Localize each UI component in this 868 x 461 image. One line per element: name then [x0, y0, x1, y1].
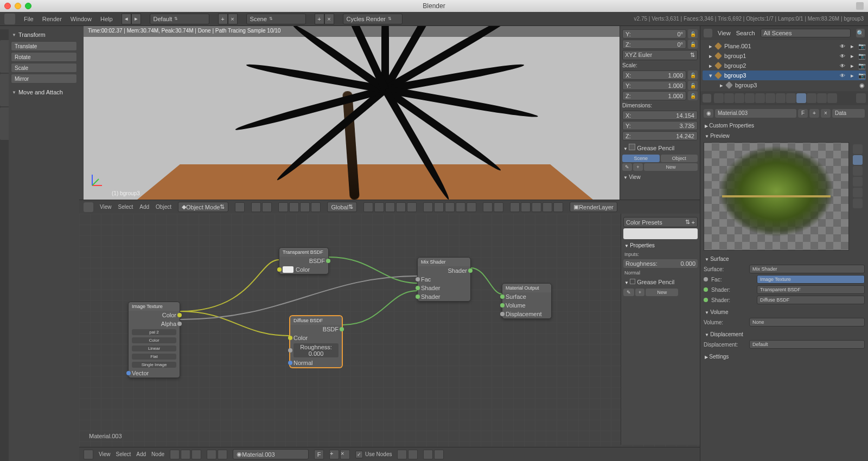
layer-button[interactable] [445, 202, 455, 212]
vp-menu-select[interactable]: Select [118, 204, 133, 210]
outliner-row[interactable]: ▸bgroup3◉ [703, 80, 866, 90]
color-swatch[interactable] [283, 266, 293, 273]
interpolation-dropdown[interactable]: Linear [132, 345, 176, 351]
region-splitter[interactable] [79, 26, 84, 200]
world-tab-icon[interactable] [745, 93, 755, 103]
color-preset-swatch[interactable] [623, 228, 698, 239]
socket-icon[interactable] [126, 371, 131, 375]
render-icon[interactable]: 📷 [858, 53, 866, 60]
nodetree-type-icon[interactable] [207, 450, 216, 459]
render-engine-dropdown[interactable]: Cycles Render⇅ [343, 14, 403, 24]
render-icon[interactable] [542, 202, 552, 212]
snap-icon[interactable] [483, 202, 493, 212]
outliner-menu-search[interactable]: Search [736, 30, 755, 36]
object-tab-icon[interactable] [755, 93, 765, 103]
ne-menu-add[interactable]: Add [136, 451, 146, 457]
layer-button[interactable] [467, 202, 476, 212]
layer-button[interactable] [385, 202, 395, 212]
select-icon[interactable]: ▸ [848, 62, 856, 69]
particles-tab-icon[interactable] [817, 93, 827, 103]
gp-object-button[interactable]: Object [661, 155, 698, 162]
menu-render[interactable]: Render [42, 16, 62, 22]
gp-new-button[interactable]: New [646, 289, 678, 296]
mirror-button[interactable]: Mirror [11, 74, 77, 84]
grease-pencil-header[interactable]: Grease Pencil [622, 142, 698, 153]
mode-dropdown[interactable]: ◆ Object Mode ⇅ [178, 202, 228, 212]
add-scene-icon[interactable]: + [315, 14, 324, 24]
render-icon[interactable] [510, 202, 520, 212]
use-nodes-checkbox[interactable]: ✓Use Nodes [355, 451, 392, 458]
node-diffuse-bsdf[interactable]: Diffuse BSDF BSDF Color Roughness: 0.000… [290, 316, 342, 368]
displacement-header[interactable]: Displacement [704, 328, 865, 338]
snap-icon[interactable] [423, 450, 433, 459]
rot-y-field[interactable]: Y:0° [622, 29, 686, 39]
socket-icon[interactable] [277, 267, 282, 272]
preview-hair-icon[interactable] [853, 188, 863, 197]
pin-icon[interactable] [856, 93, 866, 103]
scale-y-field[interactable]: Y:1.000 [622, 81, 686, 90]
displacement-dropdown[interactable]: Default [749, 340, 865, 349]
menu-help[interactable]: Help [100, 16, 113, 22]
socket-icon[interactable] [416, 294, 420, 299]
pivot-icon[interactable] [262, 202, 272, 212]
outliner-menu-view[interactable]: View [718, 30, 731, 36]
fac-dropdown[interactable]: Image Texture [757, 275, 865, 284]
socket-icon[interactable] [500, 294, 505, 299]
node-image-texture[interactable]: Image Texture Color Alpha pal 2 Color Li… [128, 302, 180, 378]
manipulator-icon[interactable] [300, 202, 310, 212]
preview-header[interactable]: Preview [704, 130, 865, 140]
copy-icon[interactable] [408, 450, 418, 459]
source-dropdown[interactable]: Single Image [132, 362, 176, 368]
vp-menu-object[interactable]: Object [156, 204, 171, 210]
layer-button[interactable] [407, 202, 417, 212]
node-transparent-bsdf[interactable]: Transparent BSDF BSDF Color [279, 247, 329, 274]
visibility-icon[interactable]: 👁 [839, 43, 846, 49]
lock-icon[interactable]: 🔓 [688, 91, 698, 100]
lock-icon[interactable]: 🔓 [688, 71, 698, 80]
data-tab-icon[interactable] [786, 93, 796, 103]
visibility-icon[interactable]: 👁 [839, 73, 846, 79]
roughness-field[interactable]: Roughness:0.000 [623, 259, 698, 268]
select-icon[interactable]: ▸ [848, 53, 856, 60]
menu-file[interactable]: File [24, 16, 34, 22]
screen-layout-dropdown[interactable]: Default⇅ [150, 14, 209, 24]
projection-dropdown[interactable]: Flat [132, 354, 176, 360]
search-icon[interactable]: 🔍 [856, 29, 865, 37]
visibility-icon[interactable]: 👁 [839, 63, 846, 69]
lock-icon[interactable]: 🔓 [688, 29, 698, 39]
select-icon[interactable]: ▸ [848, 72, 856, 79]
scene-tab-icon[interactable] [735, 93, 744, 103]
outliner-row[interactable]: ▸bgroup1👁▸📷 [703, 51, 866, 61]
dim-y-field[interactable]: Y:3.735 [622, 121, 698, 130]
visibility-icon[interactable]: 👁 [839, 53, 846, 59]
rot-z-field[interactable]: Z:0° [622, 40, 686, 49]
vp-menu-view[interactable]: View [100, 204, 112, 210]
color-presets-dropdown[interactable]: Color Presets⇅+ [623, 217, 698, 227]
lock-icon[interactable]: 🔓 [688, 40, 698, 49]
shader1-dropdown[interactable]: Transparent BSDF [757, 285, 865, 294]
rotation-mode-dropdown[interactable]: XYZ Euler⇅ [622, 50, 698, 60]
socket-icon[interactable] [288, 361, 292, 365]
gp-new-button[interactable]: New [644, 163, 698, 171]
preview-monkey-icon[interactable] [853, 177, 863, 187]
roughness-field[interactable]: Roughness: 0.000 [293, 343, 339, 357]
socket-icon[interactable] [326, 259, 330, 263]
socket-icon[interactable] [288, 348, 292, 353]
link-dropdown[interactable]: Data [832, 109, 865, 118]
material-icon[interactable]: ◉ [858, 82, 866, 89]
scene-dropdown[interactable]: Scene⇅ [246, 14, 306, 24]
socket-icon[interactable] [468, 268, 473, 273]
toolshelf-tab[interactable] [0, 40, 9, 73]
shader-type-icon[interactable] [170, 450, 180, 459]
dim-x-field[interactable]: X:14.154 [622, 111, 698, 120]
editor-type-icon[interactable] [704, 29, 712, 37]
manipulator-icon[interactable] [289, 202, 299, 212]
snap-icon[interactable] [434, 450, 444, 459]
blender-logo-icon[interactable] [4, 14, 15, 24]
layer-button[interactable] [374, 202, 384, 212]
gp-pencil-icon[interactable]: ✎ [622, 163, 632, 171]
translate-button[interactable]: Translate [11, 41, 77, 51]
socket-icon[interactable] [340, 327, 344, 331]
scale-x-field[interactable]: X:1.000 [622, 71, 686, 80]
del-layout-icon[interactable]: × [228, 14, 238, 24]
